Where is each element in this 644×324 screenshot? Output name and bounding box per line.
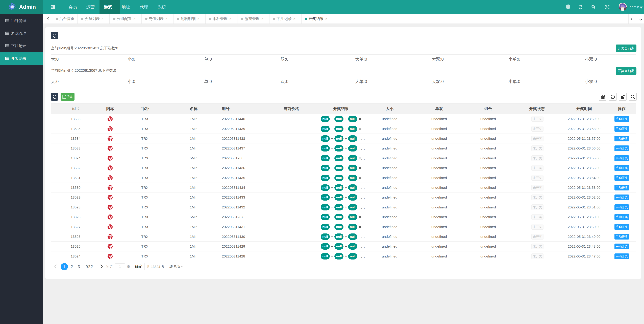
svg-text:x: x bbox=[63, 96, 64, 98]
